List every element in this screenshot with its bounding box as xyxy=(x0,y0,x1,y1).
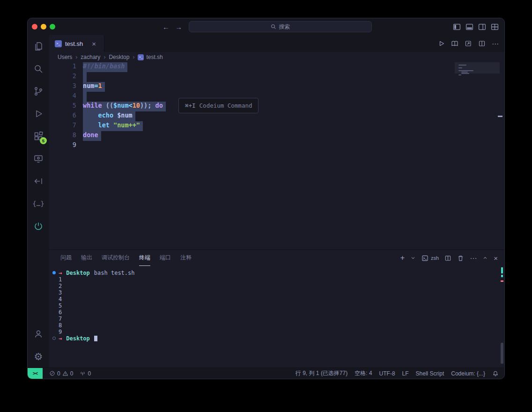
cursor-position-status[interactable]: 行 9, 列 1 (已选择77) xyxy=(296,369,347,377)
language-mode-status[interactable]: Shell Script xyxy=(416,370,444,377)
terminal-text: 9 xyxy=(59,329,62,335)
account-icon[interactable] xyxy=(28,323,49,345)
toggle-secondary-sidebar-icon[interactable] xyxy=(478,23,486,31)
open-changes-icon[interactable] xyxy=(451,40,458,47)
code-line[interactable]: 1#!/bin/bash xyxy=(49,62,453,72)
terminal-dropdown-icon[interactable] xyxy=(410,255,416,261)
tab-test-sh[interactable]: >_ test.sh × xyxy=(49,35,104,52)
command-center-search[interactable]: 搜索 xyxy=(189,21,372,32)
settings-gear-icon[interactable]: ⚙ xyxy=(28,345,49,368)
encoding-status[interactable]: UTF-8 xyxy=(379,370,395,377)
more-actions-button[interactable]: ⋯ xyxy=(492,40,499,47)
terminal-line[interactable]: 8 xyxy=(59,322,504,329)
code-token: $num xyxy=(117,111,133,119)
live-share-icon[interactable] xyxy=(28,170,49,192)
code-line[interactable]: 8done xyxy=(49,131,453,141)
explorer-icon[interactable] xyxy=(28,35,49,58)
breadcrumb-item[interactable]: >_test.sh xyxy=(138,54,163,60)
codeium-status[interactable]: Codeium: {...} xyxy=(451,370,485,377)
source-control-icon[interactable] xyxy=(28,80,49,103)
terminal-text: 4 xyxy=(59,296,62,302)
toggle-panel-icon[interactable] xyxy=(466,23,473,31)
terminal-line[interactable]: 4 xyxy=(59,296,504,302)
terminal-line[interactable]: 9 xyxy=(59,329,504,335)
command-decoration-icon[interactable] xyxy=(52,271,56,274)
terminal-line[interactable]: 2 xyxy=(59,283,504,289)
terminal-line[interactable]: 7 xyxy=(59,316,504,322)
code-line[interactable]: 9 xyxy=(49,141,453,151)
split-terminal-icon[interactable] xyxy=(444,255,451,262)
panel-tab-output[interactable]: 输出 xyxy=(81,250,92,266)
back-button[interactable]: ← xyxy=(163,23,170,31)
run-button[interactable] xyxy=(437,40,445,47)
bell-icon[interactable] xyxy=(492,370,499,377)
terminal-line[interactable]: →Desktopbash test.sh xyxy=(59,270,504,276)
code-token: 1 xyxy=(98,82,102,89)
broadcast-status[interactable]: 0 xyxy=(80,370,91,377)
code-line[interactable]: 7····let "num++" xyxy=(49,121,453,131)
close-window-button[interactable] xyxy=(32,24,37,29)
search-sidebar-icon[interactable] xyxy=(28,58,49,80)
new-terminal-button[interactable]: + xyxy=(400,254,405,262)
prompt-decoration-icon[interactable] xyxy=(52,337,56,340)
split-editor-icon[interactable] xyxy=(478,40,486,47)
panel-tab-comments[interactable]: 注释 xyxy=(180,250,192,266)
indentation-status[interactable]: 空格: 4 xyxy=(355,369,372,377)
close-panel-icon[interactable]: × xyxy=(494,255,498,262)
titlebar[interactable]: ← → 搜索 xyxy=(28,18,504,35)
line-number[interactable]: 6 xyxy=(49,111,76,121)
eol-status[interactable]: LF xyxy=(402,370,409,377)
terminal-text: 5 xyxy=(59,302,62,309)
line-number[interactable]: 5 xyxy=(49,102,76,111)
terminal-line[interactable]: 5 xyxy=(59,302,504,309)
breadcrumb[interactable]: Users›zachary›Desktop›>_test.sh xyxy=(49,52,504,62)
braces-icon[interactable]: {…} xyxy=(28,192,49,215)
terminal-scrollbar[interactable] xyxy=(501,343,503,364)
line-number[interactable]: 2 xyxy=(49,72,76,82)
code-token: $num xyxy=(113,102,129,109)
panel-tab-terminal[interactable]: 终端 xyxy=(139,250,150,266)
terminal-line[interactable]: 1 xyxy=(59,276,504,283)
remote-explorer-icon[interactable] xyxy=(28,147,49,170)
customize-layout-icon[interactable] xyxy=(491,23,499,31)
kill-terminal-icon[interactable] xyxy=(457,255,464,262)
editor[interactable]: 1#!/bin/bash23num=145while (($num<10)); … xyxy=(49,62,504,250)
code-line[interactable]: 2 xyxy=(49,72,453,82)
line-number[interactable]: 9 xyxy=(49,141,76,151)
tab-close-icon[interactable]: × xyxy=(92,40,96,47)
panel-tab-ports[interactable]: 端口 xyxy=(160,250,171,266)
line-number[interactable]: 8 xyxy=(49,131,76,141)
terminal-line[interactable]: →Desktop xyxy=(59,335,504,342)
terminal[interactable]: →Desktopbash test.sh123456789→Desktop xyxy=(49,266,504,368)
run-debug-icon[interactable] xyxy=(28,103,49,125)
breadcrumb-item[interactable]: zachary xyxy=(81,54,100,60)
panel-more-actions-button[interactable]: ⋯ xyxy=(470,255,477,262)
toggle-primary-sidebar-icon[interactable] xyxy=(453,23,461,31)
terminal-line[interactable]: 3 xyxy=(59,289,504,296)
open-preview-icon[interactable] xyxy=(465,40,472,47)
breadcrumb-item[interactable]: Users xyxy=(58,54,72,60)
terminal-line[interactable]: 6 xyxy=(59,309,504,316)
extensions-icon[interactable]: 5 xyxy=(28,125,49,147)
codeium-icon[interactable] xyxy=(28,215,49,237)
panel-tab-debug-console[interactable]: 调试控制台 xyxy=(102,250,130,266)
line-number[interactable]: 7 xyxy=(49,121,76,131)
panel-tab-problems[interactable]: 问题 xyxy=(60,250,72,266)
line-number[interactable]: 3 xyxy=(49,82,76,92)
line-number[interactable]: 1 xyxy=(49,62,76,72)
breadcrumb-item[interactable]: Desktop xyxy=(109,54,129,60)
error-count: 0 xyxy=(57,370,60,377)
codeium-hint[interactable]: ⌘+I Codeium Command xyxy=(178,98,259,113)
maximize-panel-icon[interactable] xyxy=(482,255,488,261)
tab-bar[interactable]: >_ test.sh × ⋯ xyxy=(49,35,504,52)
forward-button[interactable]: → xyxy=(175,23,182,31)
line-number[interactable]: 4 xyxy=(49,92,76,102)
minimap[interactable] xyxy=(455,62,500,142)
remote-indicator[interactable]: >< xyxy=(28,368,43,379)
zoom-window-button[interactable] xyxy=(50,24,55,29)
terminal-instance-zsh[interactable]: zsh xyxy=(421,255,439,262)
minimize-window-button[interactable] xyxy=(41,24,46,29)
code-line[interactable]: 3num=1 xyxy=(49,82,453,92)
problems-status[interactable]: 0 0 xyxy=(49,370,73,377)
tab-label: test.sh xyxy=(65,40,83,47)
